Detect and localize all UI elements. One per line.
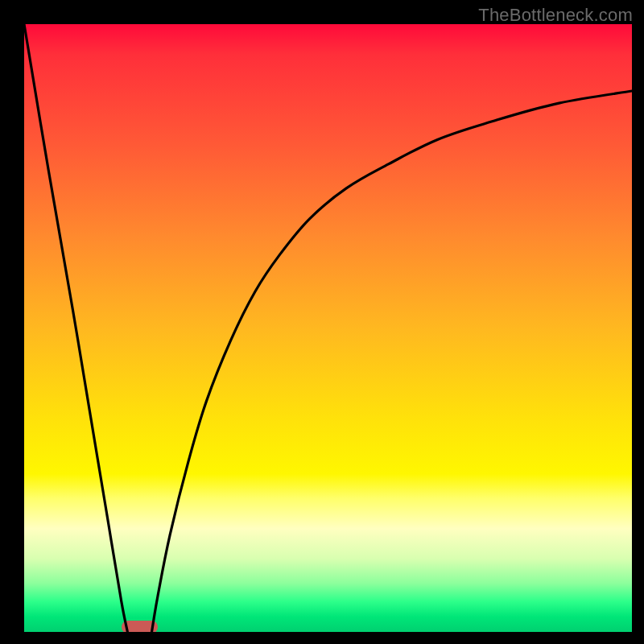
curve-right-path [152,91,633,632]
bottleneck-curve [24,24,632,632]
plot-area [24,24,632,632]
chart-frame: TheBottleneck.com [0,0,644,644]
watermark-text: TheBottleneck.com [478,5,633,26]
curve-left-path [24,24,127,632]
